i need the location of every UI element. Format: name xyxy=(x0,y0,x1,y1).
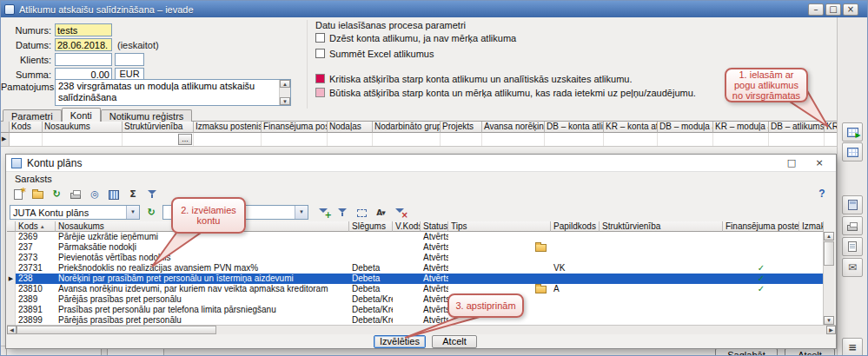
column-header[interactable]: Izmaksu pos... xyxy=(799,221,824,232)
column-header[interactable]: Slēgums xyxy=(349,221,393,232)
textarea-scrollbar[interactable] xyxy=(279,80,290,105)
grid-cell[interactable] xyxy=(10,133,43,146)
column-header[interactable]: Struktūrvienība xyxy=(600,221,723,232)
account-row[interactable]: 2369Pārējie uzkrātie ieņēmumiAtvērts xyxy=(7,232,825,242)
sum-icon[interactable] xyxy=(124,187,142,202)
account-row[interactable]: 23899Pārējās prasības pret personāluDebe… xyxy=(7,315,825,325)
menu-saraksts[interactable]: Saraksts xyxy=(11,174,56,184)
grid-cell[interactable] xyxy=(43,133,123,146)
account-row[interactable]: 237Pārmaksātie nodokļiAtvērts xyxy=(7,242,825,253)
account-row[interactable]: 2389Pārējās prasības pret personāluDebet… xyxy=(7,294,825,305)
numurs-input[interactable] xyxy=(55,23,112,36)
checkbox-icon[interactable] xyxy=(315,49,325,58)
pamatojums-textarea[interactable]: 238 virsgrāmatas un moduļa atlikumu atsk… xyxy=(55,79,291,106)
column-header[interactable]: Nodaļas xyxy=(328,122,373,133)
column-header[interactable]: Projekts xyxy=(441,122,482,133)
grid-cell[interactable] xyxy=(482,133,545,146)
filter-icon[interactable] xyxy=(143,187,161,202)
tab-parametri[interactable]: Parametri xyxy=(3,109,62,122)
account-row[interactable]: 23891Prasības pret personālu par telefon… xyxy=(7,305,825,315)
account-row[interactable]: ▶238Norēķini par prasībām pret personālu… xyxy=(7,274,825,284)
scroll-up-icon[interactable] xyxy=(824,232,834,241)
grid-cell[interactable] xyxy=(658,133,713,146)
scroll-right-icon[interactable] xyxy=(826,326,836,334)
scroll-left-icon[interactable] xyxy=(7,326,17,334)
settings-icon[interactable] xyxy=(842,338,863,356)
account-row[interactable]: 23731Priekšnodoklis no realizācijas avan… xyxy=(7,263,825,274)
grid-cell[interactable] xyxy=(604,133,658,146)
scrollbar-thumb[interactable] xyxy=(17,326,216,334)
klients-input[interactable] xyxy=(55,53,112,66)
grid-cell[interactable] xyxy=(441,133,482,146)
refresh-icon[interactable] xyxy=(142,205,160,221)
scroll-down-icon[interactable] xyxy=(280,97,290,105)
grid-cell[interactable] xyxy=(194,133,262,146)
tab-notikumu-registrs[interactable]: Notikumu reģistrs xyxy=(101,109,193,122)
new-icon[interactable] xyxy=(10,187,27,202)
column-header[interactable]: KR – atli... xyxy=(825,122,837,133)
mail-icon[interactable] xyxy=(842,258,863,277)
horizontal-scrollbar[interactable] xyxy=(7,325,836,334)
grid-cell[interactable]: ... xyxy=(123,133,194,146)
preview-icon[interactable] xyxy=(86,187,103,202)
maximize-button[interactable]: □ xyxy=(825,3,841,16)
column-header[interactable]: Avansa norēķinu ... xyxy=(482,122,545,133)
column-header[interactable]: DB – konta atlikums xyxy=(545,122,604,133)
filter-icon[interactable] xyxy=(334,205,351,221)
close-button[interactable]: × xyxy=(843,3,858,16)
dialog-maximize-button[interactable]: □ xyxy=(780,156,803,170)
printer-icon[interactable] xyxy=(67,187,84,202)
filter-clear-icon[interactable] xyxy=(391,205,408,221)
grid-cell[interactable] xyxy=(373,133,441,146)
plan-combo[interactable]: JUTA Kontu plāns xyxy=(10,205,140,220)
column-header[interactable]: Papildkods xyxy=(551,221,600,232)
column-header[interactable]: Izmaksu postenis xyxy=(194,122,262,133)
refresh-icon[interactable] xyxy=(48,187,65,202)
izveleties-button[interactable]: Izvēlēties xyxy=(374,335,426,348)
column-header[interactable]: V.Kods xyxy=(393,221,421,232)
sort-icon[interactable] xyxy=(372,205,389,221)
grid-cell[interactable] xyxy=(328,133,373,146)
tab-konti[interactable]: Konti xyxy=(62,108,101,122)
scrollbar-thumb[interactable] xyxy=(824,241,834,266)
select-icon[interactable] xyxy=(353,205,370,221)
columns-icon[interactable] xyxy=(105,187,123,202)
main-titlebar[interactable]: Atlikumu atskaišu salīdzināšana – ievade… xyxy=(1,1,867,17)
chevron-down-icon[interactable] xyxy=(295,206,308,219)
column-header[interactable]: KR – konta atlikums xyxy=(604,122,658,133)
grid-cell[interactable] xyxy=(262,133,328,146)
column-header[interactable]: Finansējuma post... xyxy=(262,122,328,133)
main-grid-edit-row[interactable]: ... xyxy=(1,133,837,147)
dialog-titlebar[interactable]: Kontu plāns □ × xyxy=(6,155,836,172)
grid-cell[interactable] xyxy=(825,133,837,146)
filter-add-icon[interactable] xyxy=(315,205,332,221)
scroll-down-icon[interactable] xyxy=(824,316,834,325)
scroll-up-icon[interactable] xyxy=(280,80,290,88)
column-header[interactable]: DB – moduļa atlik... xyxy=(658,122,713,133)
account-row[interactable]: 2373Pievienotās vērtības nodoklisAtvērts xyxy=(7,253,825,263)
checkbox-sum-excel[interactable]: Summēt Excel atlikumus xyxy=(315,49,434,59)
checkbox-icon[interactable] xyxy=(315,33,325,43)
lookup-button[interactable]: ... xyxy=(178,134,192,145)
column-header[interactable]: Nosaukums xyxy=(43,122,123,133)
column-header[interactable]: Struktūrvienība xyxy=(123,122,194,133)
account-row[interactable]: 23810Avansa norēķinu izdevumi, par kurie… xyxy=(7,284,825,294)
printer-icon[interactable] xyxy=(842,216,863,235)
column-header[interactable]: Kods xyxy=(10,122,43,133)
klients-name-input[interactable] xyxy=(115,53,144,66)
column-header[interactable]: Nodarbināto grupas xyxy=(373,122,441,133)
column-header[interactable]: Kods xyxy=(16,221,56,232)
save-button[interactable]: Saglabāt xyxy=(715,348,778,356)
document-icon[interactable] xyxy=(842,237,863,256)
grid-cell[interactable] xyxy=(713,133,769,146)
column-header[interactable]: Finansējuma postenis xyxy=(723,221,799,232)
atcelt-button[interactable]: Atcelt xyxy=(432,335,477,348)
table-icon[interactable] xyxy=(842,142,863,162)
column-header[interactable]: KR – moduļa atlik... xyxy=(713,122,769,133)
chevron-down-icon[interactable] xyxy=(126,206,139,219)
column-header[interactable]: Tips xyxy=(448,221,551,232)
folder-icon[interactable] xyxy=(29,187,46,202)
datums-input[interactable] xyxy=(55,38,112,51)
grid-cell[interactable] xyxy=(769,133,825,146)
grid-cell[interactable] xyxy=(545,133,604,146)
